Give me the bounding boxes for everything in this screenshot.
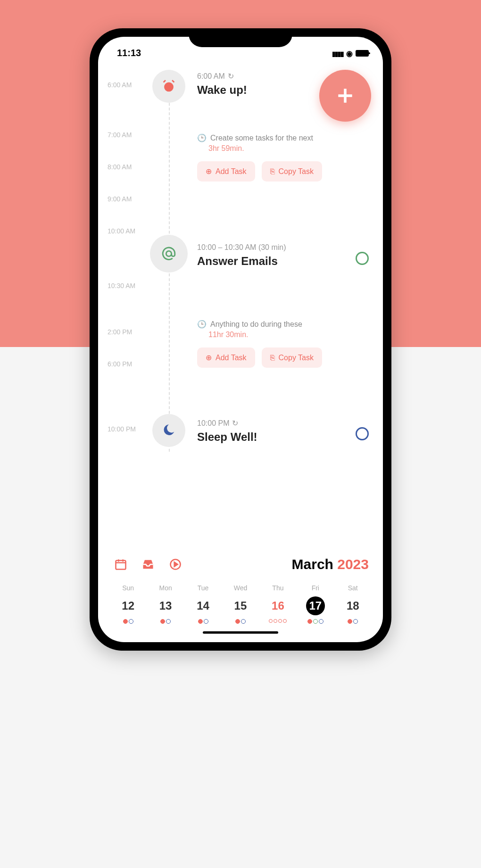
day-cell[interactable]: Fri17	[297, 584, 334, 624]
complete-toggle[interactable]	[356, 252, 369, 265]
moon-icon	[161, 422, 177, 438]
alarm-icon	[161, 78, 177, 94]
event-dot	[241, 619, 246, 624]
event-dot	[235, 619, 240, 624]
calendar-icon	[114, 558, 127, 571]
week-strip: Sun12Mon13Tue14Wed15Thu16Fri17Sat18	[108, 584, 373, 624]
event-dot	[307, 619, 312, 624]
repeat-icon: ↻	[228, 72, 234, 81]
status-bar: 11:13	[98, 37, 383, 60]
day-of-week: Thu	[259, 584, 297, 592]
timeline: 6:00 AM7:00 AM8:00 AM9:00 AM10:00 AM10:3…	[108, 70, 373, 456]
day-dots	[259, 619, 297, 623]
copy-icon: ⎘	[270, 354, 275, 362]
calendar-button[interactable]	[112, 556, 129, 573]
event-dot	[283, 619, 287, 623]
gap-prompt: 🕒 Anything to do during these	[197, 320, 369, 329]
event-dot	[348, 619, 352, 624]
svg-point-0	[164, 83, 174, 92]
day-dots	[334, 619, 372, 624]
tools-row: March 2023	[108, 551, 373, 578]
day-number: 16	[268, 596, 287, 615]
add-button[interactable]	[319, 70, 371, 122]
month-year: 2023	[337, 556, 369, 572]
event-dot	[319, 619, 323, 624]
day-cell[interactable]: Thu16	[259, 584, 297, 624]
time-label: 6:00 AM	[108, 81, 148, 89]
time-label: 7:00 AM	[108, 131, 148, 139]
wifi-icon	[346, 48, 353, 58]
day-number: 18	[343, 596, 362, 615]
repeat-icon: ↻	[232, 419, 238, 428]
content: 6:00 AM7:00 AM8:00 AM9:00 AM10:00 AM10:3…	[98, 60, 383, 551]
clock-icon: 🕒	[197, 320, 207, 329]
day-of-week: Fri	[297, 584, 334, 592]
inbox-icon	[141, 558, 155, 571]
status-time: 11:13	[117, 48, 141, 58]
month-name: March	[292, 556, 333, 572]
time-label: 10:00 PM	[108, 425, 148, 433]
event-dot	[160, 619, 165, 624]
event-title: Answer Emails	[197, 255, 369, 268]
event-dot	[204, 619, 208, 624]
gap-duration: 11hr 30min.	[208, 331, 369, 339]
time-label: 10:00 AM	[108, 227, 148, 235]
day-of-week: Wed	[222, 584, 259, 592]
event-dot	[166, 619, 171, 624]
at-icon	[161, 246, 177, 262]
day-cell[interactable]: Sat18	[334, 584, 372, 624]
event-dot	[269, 619, 273, 623]
day-dots	[147, 619, 184, 624]
day-cell[interactable]: Sun12	[109, 584, 147, 624]
day-cell[interactable]: Mon13	[147, 584, 184, 624]
event-dot	[129, 619, 133, 624]
event-node-wake[interactable]	[152, 70, 185, 103]
home-indicator[interactable]	[203, 631, 278, 634]
time-label: 9:00 AM	[108, 195, 148, 203]
clock-icon: 🕒	[197, 133, 207, 142]
phone-frame: 11:13 6:00 AM7:00 AM8:00 AM9:00 AM10:00 …	[90, 28, 391, 651]
add-task-button[interactable]: ⊕ Add Task	[197, 161, 255, 182]
gap-block-1: 🕒 Create some tasks for the next 3hr 59m…	[197, 133, 369, 182]
day-dots	[184, 619, 222, 624]
event-node-sleep[interactable]	[152, 414, 185, 447]
event-sleep[interactable]: 10:00 PM ↻ Sleep Well!	[197, 419, 369, 444]
copy-task-button[interactable]: ⎘ Copy Task	[262, 161, 322, 182]
day-dots	[109, 619, 147, 624]
gap-block-2: 🕒 Anything to do during these 11hr 30min…	[197, 320, 369, 368]
signal-icon	[332, 48, 343, 58]
event-time: 10:00 PM ↻	[197, 419, 369, 428]
inbox-button[interactable]	[140, 556, 157, 573]
battery-icon	[356, 50, 369, 57]
plus-icon	[335, 85, 356, 106]
event-dot	[123, 619, 128, 624]
event-dot	[274, 619, 277, 623]
plus-circle-icon: ⊕	[206, 167, 212, 176]
day-number: 12	[119, 596, 138, 615]
event-emails[interactable]: 10:00 – 10:30 AM (30 min) Answer Emails	[197, 243, 369, 268]
play-button[interactable]	[167, 556, 184, 573]
plus-circle-icon: ⊕	[206, 353, 212, 362]
day-of-week: Tue	[184, 584, 222, 592]
day-of-week: Sat	[334, 584, 372, 592]
event-dot	[278, 619, 282, 623]
gap-prompt: 🕒 Create some tasks for the next	[197, 133, 369, 142]
event-node-emails[interactable]	[150, 235, 188, 273]
day-number: 15	[231, 596, 250, 615]
day-dots	[222, 619, 259, 624]
day-cell[interactable]: Tue14	[184, 584, 222, 624]
complete-toggle[interactable]	[356, 427, 369, 440]
day-of-week: Mon	[147, 584, 184, 592]
time-label: 8:00 AM	[108, 163, 148, 171]
event-dot	[353, 619, 358, 624]
day-number: 17	[306, 596, 325, 615]
copy-task-button[interactable]: ⎘ Copy Task	[262, 347, 322, 368]
event-dot	[313, 619, 318, 624]
svg-rect-2	[116, 561, 126, 570]
day-cell[interactable]: Wed15	[222, 584, 259, 624]
time-label: 10:30 AM	[108, 282, 148, 289]
day-dots	[297, 619, 334, 624]
svg-point-1	[166, 251, 171, 256]
add-task-button[interactable]: ⊕ Add Task	[197, 347, 255, 368]
month-picker[interactable]: March 2023	[292, 556, 369, 572]
